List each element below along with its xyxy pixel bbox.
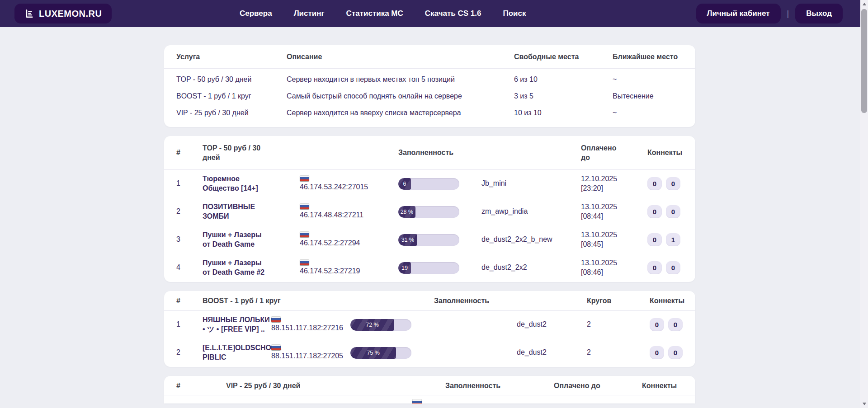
nav-download-cs[interactable]: Скачать CS 1.6	[425, 9, 481, 18]
server-ip: 46.174.52.3:27219	[300, 267, 360, 275]
connects-badge: 0	[666, 177, 680, 190]
logo-text: LUXEMON.RU	[39, 9, 102, 19]
server-rank: 3	[176, 235, 203, 244]
service-free: 10 из 10	[514, 108, 613, 118]
server-rank: 2	[176, 348, 203, 357]
server-rank: 1	[176, 179, 203, 188]
col-service: Услуга	[176, 52, 287, 62]
server-name[interactable]: НЯШНЫЕ ЛОЛЬКИ • ツ • [FREE VIP] ..	[203, 315, 271, 334]
col-number: #	[176, 381, 203, 391]
col-number: #	[176, 148, 203, 158]
service-name: TOP - 50 руб / 30 дней	[176, 75, 287, 84]
col-boost-title: BOOST - 1 руб / 1 круг	[203, 296, 271, 306]
service-nearest: ~	[613, 75, 683, 84]
content: Услуга Описание Свободные места Ближайше…	[164, 45, 695, 403]
rounds-count: 2	[587, 348, 650, 357]
fill-progressbar: 31 %	[398, 234, 459, 246]
col-number: #	[176, 296, 203, 306]
server-row-partial	[176, 395, 683, 403]
connects-badge: 0	[647, 261, 662, 274]
fill-progressbar: 19	[398, 262, 459, 274]
col-vip-title: VIP - 25 руб / 30 дней	[203, 381, 445, 391]
col-connects: Коннекты	[642, 381, 683, 391]
connects-badge: 0	[666, 261, 680, 274]
fill-progressbar: 6	[398, 178, 459, 190]
col-nearest-slot: Ближайшее место	[613, 52, 683, 62]
service-name: BOOST - 1 руб / 1 круг	[176, 92, 287, 101]
server-name[interactable]: Пушки + Лазеры от Death Game	[203, 230, 270, 249]
nav-ms-stats[interactable]: Статистика МС	[346, 9, 403, 18]
arrow-up-icon	[863, 3, 866, 5]
col-fill: Заполненность	[350, 296, 517, 306]
services-header-row: Услуга Описание Свободные места Ближайше…	[176, 45, 683, 68]
server-ip: 88.151.117.182:27205	[271, 352, 343, 360]
server-ip: 46.174.53.242:27015	[300, 183, 368, 191]
server-name[interactable]: [E.L.I.T.E]OLDSCHOOL PIBLIC	[203, 343, 271, 362]
col-free-slots: Свободные места	[514, 52, 613, 62]
service-name: VIP - 25 руб / 30 дней	[176, 108, 287, 118]
connects-badge: 0	[647, 233, 662, 246]
nav-search[interactable]: Поиск	[503, 9, 526, 18]
services-card: Услуга Описание Свободные места Ближайше…	[164, 45, 695, 127]
server-map: de_dust2	[517, 348, 587, 357]
scroll-up-button[interactable]	[860, 0, 868, 8]
connects-badge: 0	[666, 205, 680, 218]
scroll-down-button[interactable]	[860, 400, 868, 408]
vip-servers-card: # VIP - 25 руб / 30 дней Заполненность О…	[164, 376, 695, 404]
fill-value: 19	[398, 262, 411, 274]
top-navbar: LUXEMON.RU Сервера Листинг Статистика МС…	[0, 0, 868, 27]
russia-flag-icon	[300, 231, 309, 237]
server-map: de_dust2_2x2_b_new	[481, 235, 581, 244]
service-free: 3 из 5	[514, 92, 613, 101]
paid-until: 13.10.2025 [08:45]	[581, 230, 623, 249]
russia-flag-icon	[300, 203, 309, 209]
server-name[interactable]: Пушки + Лазеры от Death Game #2	[203, 258, 270, 277]
paid-until: 13.10.2025 [08:46]	[581, 258, 623, 277]
server-ip: 46.174.52.2:27294	[300, 239, 360, 247]
paid-until: 12.10.2025 [23:20]	[581, 174, 623, 193]
server-row: 3 Пушки + Лазеры от Death Game 46.174.52…	[176, 226, 683, 254]
fill-progressbar: 75 %	[350, 347, 411, 359]
server-rank: 1	[176, 320, 203, 329]
connects-badge: 1	[666, 233, 680, 246]
server-ip: 46.174.48.48:27211	[300, 211, 363, 219]
russia-flag-icon	[271, 316, 281, 322]
account-button[interactable]: Личный кабинет	[696, 4, 781, 23]
top-header-row: # TOP - 50 руб / 30 дней Заполненность О…	[176, 136, 683, 169]
col-fill: Заполненность	[445, 381, 554, 391]
server-row: 2 ПОЗИТИВНЫЕ ЗОМБИ 46.174.48.48:27211 28…	[176, 198, 683, 226]
connects-badge: 0	[647, 205, 662, 218]
connects-badge: 0	[668, 346, 683, 359]
vertical-scrollbar	[860, 0, 868, 408]
nav-servers[interactable]: Сервера	[240, 9, 272, 18]
auth-controls: Личный кабинет | Выход	[696, 0, 843, 27]
server-map: zm_awp_india	[481, 207, 581, 216]
logo-chart-icon	[24, 9, 34, 19]
russia-flag-icon	[300, 175, 309, 181]
server-map: de_dust2_2x2	[481, 263, 581, 272]
rounds-count: 2	[587, 320, 650, 329]
server-row: 4 Пушки + Лазеры от Death Game #2 46.174…	[176, 254, 683, 282]
service-nearest: ~	[613, 108, 683, 118]
boost-servers-card: # BOOST - 1 руб / 1 круг Заполненность К…	[164, 291, 695, 367]
russia-flag-icon	[300, 259, 309, 265]
server-name[interactable]: ПОЗИТИВНЫЕ ЗОМБИ	[203, 202, 270, 221]
fill-progressbar: 72 %	[350, 319, 411, 331]
nav-listing[interactable]: Листинг	[294, 9, 325, 18]
fill-value: 6	[398, 178, 411, 190]
server-row: 2 [E.L.I.T.E]OLDSCHOOL PIBLIC 88.151.117…	[176, 339, 683, 367]
service-desc: Сервер находится в первых местах топ 5 п…	[287, 75, 514, 84]
fill-value: 28 %	[398, 206, 415, 218]
col-rounds: Кругов	[587, 296, 650, 306]
logout-button[interactable]: Выход	[795, 4, 843, 23]
server-name[interactable]: Тюремное Общество [14+]	[203, 174, 270, 193]
col-paid-until: Оплачено до	[554, 381, 642, 391]
scrollbar-thumb[interactable]	[861, 9, 867, 113]
server-row: 1 НЯШНЫЕ ЛОЛЬКИ • ツ • [FREE VIP] .. 88.1…	[176, 311, 683, 339]
connects-badge: 0	[647, 177, 662, 190]
logo[interactable]: LUXEMON.RU	[14, 4, 112, 23]
server-map: de_dust2	[517, 320, 587, 329]
col-connects: Коннекты	[650, 296, 684, 306]
connects-badge: 0	[650, 318, 664, 331]
server-map: Jb_mini	[481, 179, 581, 188]
